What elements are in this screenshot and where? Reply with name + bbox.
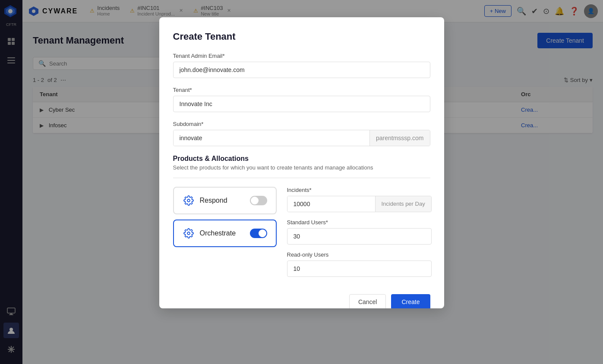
- subdomain-row: parentmsssp.com: [173, 130, 430, 146]
- respond-icon: [183, 195, 195, 207]
- modal-overlay[interactable]: Create Tenant Tenant Admin Email* Tenant…: [0, 0, 603, 364]
- email-input[interactable]: [173, 62, 430, 78]
- respond-product-left: Respond: [183, 195, 227, 207]
- create-tenant-modal: Create Tenant Tenant Admin Email* Tenant…: [159, 17, 444, 308]
- subdomain-label: Subdomain*: [173, 121, 430, 127]
- products-section: Products & Allocations Select the produc…: [173, 155, 430, 284]
- alloc-group-standard-users: Standard Users*: [287, 219, 432, 245]
- subdomain-suffix: parentmsssp.com: [369, 130, 429, 146]
- section-divider: [173, 178, 430, 178]
- products-left: Respond Orc: [173, 187, 277, 284]
- subdomain-input[interactable]: [174, 130, 370, 146]
- incidents-label: Incidents*: [287, 187, 432, 193]
- incidents-input[interactable]: [287, 196, 375, 212]
- tenant-input[interactable]: [173, 96, 430, 112]
- cancel-button[interactable]: Cancel: [349, 294, 386, 308]
- products-right: Incidents* Incidents per Day Standard Us…: [287, 187, 432, 284]
- orchestrate-name: Orchestrate: [200, 229, 236, 237]
- tenant-label: Tenant*: [173, 87, 430, 93]
- svg-point-21: [187, 232, 190, 235]
- form-group-email: Tenant Admin Email*: [173, 53, 430, 78]
- email-label: Tenant Admin Email*: [173, 53, 430, 59]
- readonly-users-input[interactable]: [287, 260, 432, 277]
- orchestrate-card[interactable]: Orchestrate: [173, 220, 277, 247]
- standard-users-label: Standard Users*: [287, 219, 432, 226]
- modal-footer: Cancel Create: [173, 294, 430, 308]
- readonly-users-label: Read-only Users: [287, 251, 432, 258]
- products-layout: Respond Orc: [173, 187, 430, 284]
- products-title: Products & Allocations: [173, 155, 430, 163]
- incidents-input-row: Incidents per Day: [287, 196, 432, 212]
- orchestrate-toggle[interactable]: [250, 229, 267, 238]
- incidents-suffix: Incidents per Day: [375, 196, 431, 212]
- form-group-subdomain: Subdomain* parentmsssp.com: [173, 121, 430, 146]
- products-desc: Select the products for which you want t…: [173, 164, 430, 171]
- create-button[interactable]: Create: [391, 294, 430, 308]
- orchestrate-product-left: Orchestrate: [183, 227, 236, 239]
- standard-users-input[interactable]: [287, 228, 432, 245]
- alloc-group-incidents: Incidents* Incidents per Day: [287, 187, 432, 212]
- respond-name: Respond: [200, 197, 227, 204]
- alloc-group-readonly-users: Read-only Users: [287, 251, 432, 277]
- respond-toggle[interactable]: [250, 196, 267, 205]
- orchestrate-icon: [183, 227, 195, 239]
- form-group-tenant: Tenant*: [173, 87, 430, 112]
- svg-point-20: [187, 199, 190, 202]
- respond-card[interactable]: Respond: [173, 187, 277, 214]
- modal-title: Create Tenant: [173, 31, 430, 42]
